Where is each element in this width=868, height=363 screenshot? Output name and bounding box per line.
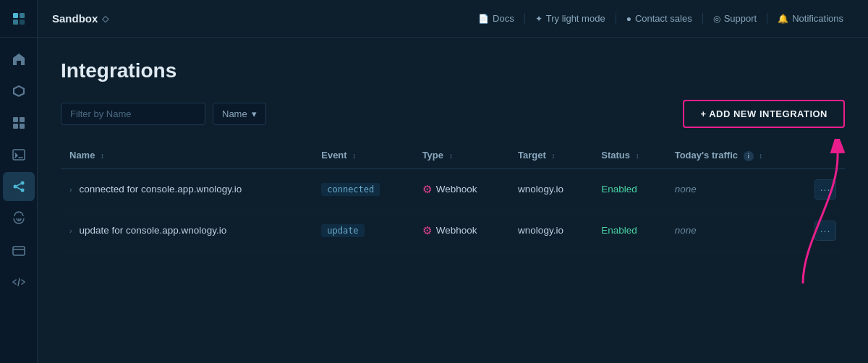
- svg-rect-7: [20, 124, 25, 129]
- event-badge: connected: [321, 183, 380, 196]
- row-status-cell: Enabled: [592, 168, 665, 210]
- row-target: wnology.io: [518, 225, 563, 236]
- status-sort-icon: ↕: [636, 152, 639, 160]
- svg-rect-3: [20, 20, 25, 25]
- sidebar-item-terminal[interactable]: [3, 140, 35, 169]
- sidebar-item-billing[interactable]: [3, 236, 35, 265]
- svg-rect-1: [20, 13, 25, 18]
- col-traffic[interactable]: Today's traffic i ↕: [666, 142, 806, 168]
- svg-line-13: [17, 187, 21, 189]
- row-type-cell: ⚙ Webhook: [414, 210, 509, 251]
- docs-icon: 📄: [478, 14, 489, 24]
- row-traffic-cell: none: [666, 210, 806, 251]
- topnav: Sandbox ◇ 📄 Docs ✦ Try light mode ● Cont…: [38, 0, 868, 38]
- target-sort-icon: ↕: [552, 152, 556, 160]
- webhook-icon: ⚙: [422, 224, 432, 237]
- row-actions-cell: ···: [806, 168, 845, 210]
- sidebar-item-code[interactable]: [3, 268, 35, 296]
- row-more-button[interactable]: ···: [814, 179, 836, 200]
- brand-chevron: ◇: [102, 14, 109, 24]
- notifications-icon: 🔔: [778, 14, 788, 24]
- svg-rect-2: [13, 20, 18, 25]
- event-sort-icon: ↕: [352, 152, 356, 160]
- webhook-icon: ⚙: [422, 183, 432, 196]
- dropdown-chevron-icon: ▾: [252, 108, 257, 119]
- status-badge: Enabled: [601, 225, 637, 236]
- row-name: connected for console.app.wnology.io: [79, 184, 242, 195]
- notifications-link[interactable]: 🔔 Notifications: [767, 13, 854, 24]
- row-more-button[interactable]: ···: [814, 221, 836, 241]
- topnav-links: 📄 Docs ✦ Try light mode ● Contact sales …: [468, 13, 854, 24]
- row-event-cell: connected: [312, 168, 413, 210]
- docs-link[interactable]: 📄 Docs: [468, 13, 525, 24]
- row-target-cell: wnology.io: [509, 210, 592, 251]
- row-name-cell: › connected for console.app.wnology.io: [61, 168, 312, 210]
- row-type-cell: ⚙ Webhook: [414, 168, 509, 210]
- filter-input[interactable]: [61, 103, 205, 125]
- svg-rect-0: [13, 13, 18, 18]
- svg-rect-8: [13, 150, 25, 160]
- support-link[interactable]: ◎ Support: [703, 13, 768, 24]
- page-title: Integrations: [61, 59, 845, 82]
- type-sort-icon: ↕: [449, 152, 453, 160]
- event-badge: update: [321, 224, 364, 237]
- svg-point-9: [13, 185, 17, 189]
- main-content: Sandbox ◇ 📄 Docs ✦ Try light mode ● Cont…: [38, 0, 868, 363]
- status-badge: Enabled: [601, 184, 637, 195]
- svg-rect-4: [13, 117, 18, 122]
- sidebar-item-cube[interactable]: [3, 77, 35, 106]
- light-mode-link[interactable]: ✦ Try light mode: [525, 13, 616, 24]
- contact-sales-link[interactable]: ● Contact sales: [616, 13, 703, 24]
- support-icon: ◎: [713, 14, 720, 24]
- brand-name: Sandbox: [52, 12, 98, 25]
- table-header-row: Name ↕ Event ↕ Type ↕ Target: [61, 142, 845, 168]
- brand-selector[interactable]: Sandbox ◇: [52, 12, 109, 25]
- sidebar-item-home[interactable]: [3, 45, 35, 74]
- svg-rect-14: [13, 247, 25, 255]
- col-event[interactable]: Event ↕: [312, 142, 413, 168]
- add-integration-button[interactable]: + ADD NEW INTEGRATION: [683, 100, 845, 128]
- table-row: › update for console.app.wnology.io upda…: [61, 210, 845, 251]
- col-status[interactable]: Status ↕: [592, 142, 665, 168]
- row-expand-icon[interactable]: ›: [69, 185, 72, 194]
- name-sort-icon: ↕: [101, 152, 104, 160]
- svg-rect-6: [13, 124, 18, 129]
- col-actions: [806, 142, 845, 168]
- type-icon: ⚙ Webhook: [422, 183, 477, 196]
- toolbar: Name ▾ + ADD NEW INTEGRATION: [61, 100, 845, 128]
- svg-rect-5: [20, 117, 25, 122]
- sidebar-item-integrations[interactable]: [3, 172, 35, 201]
- svg-point-11: [20, 189, 24, 192]
- traffic-value: none: [675, 225, 697, 236]
- svg-line-12: [17, 184, 21, 186]
- row-name-cell: › update for console.app.wnology.io: [61, 210, 312, 251]
- traffic-value: none: [675, 184, 697, 195]
- traffic-info-icon: i: [744, 151, 754, 161]
- traffic-sort-icon: ↕: [759, 152, 762, 160]
- row-event-cell: update: [312, 210, 413, 251]
- contact-icon: ●: [626, 14, 631, 24]
- row-expand-icon[interactable]: ›: [69, 226, 72, 235]
- svg-point-10: [20, 182, 24, 185]
- row-traffic-cell: none: [666, 168, 806, 210]
- table-row: › connected for console.app.wnology.io c…: [61, 168, 845, 210]
- row-target-cell: wnology.io: [509, 168, 592, 210]
- row-name: update for console.app.wnology.io: [79, 225, 226, 236]
- light-mode-icon: ✦: [535, 14, 542, 24]
- sidebar-item-grid[interactable]: [3, 108, 35, 137]
- row-target: wnology.io: [518, 184, 563, 195]
- filter-dropdown[interactable]: Name ▾: [213, 103, 266, 125]
- sidebar-item-fingerprint[interactable]: [3, 204, 35, 233]
- col-name[interactable]: Name ↕: [61, 142, 312, 168]
- col-target[interactable]: Target ↕: [509, 142, 592, 168]
- row-actions-cell: ···: [806, 210, 845, 251]
- type-icon: ⚙ Webhook: [422, 224, 477, 237]
- sidebar: [0, 0, 38, 363]
- integrations-table: Name ↕ Event ↕ Type ↕ Target: [61, 142, 845, 252]
- page-content: Integrations Name ▾ + ADD NEW INTEGRATIO…: [38, 38, 868, 363]
- sidebar-logo[interactable]: [0, 0, 38, 38]
- col-type[interactable]: Type ↕: [414, 142, 509, 168]
- row-status-cell: Enabled: [592, 210, 665, 251]
